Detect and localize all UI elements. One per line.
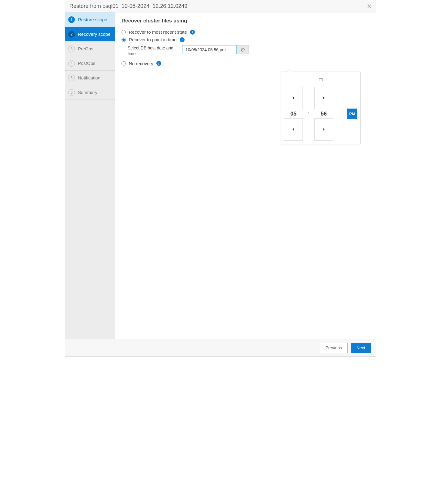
info-icon[interactable]: i (180, 37, 185, 42)
step-preops[interactable]: 3 PreOps (65, 42, 115, 56)
time-separator: : (308, 111, 309, 116)
step-label: Notification (78, 75, 100, 80)
radio-no-recovery[interactable] (122, 61, 126, 66)
datetime-wrapper (182, 45, 249, 54)
minute-up-button[interactable] (314, 87, 333, 109)
pit-subrow: Select DB host date and time (128, 45, 369, 57)
step-number: 4 (68, 60, 75, 67)
previous-button[interactable]: Previous (320, 343, 348, 353)
option-recover-pit[interactable]: Recover to point in time i (122, 37, 369, 42)
hour-down-button[interactable] (284, 118, 303, 141)
step-restore-scope[interactable]: 1 Restore scope (65, 12, 115, 27)
step-summary[interactable]: 6 Summary (65, 85, 115, 100)
step-number: 3 (68, 45, 75, 52)
picker-date-toggle[interactable] (284, 75, 357, 84)
radio-recover-pit[interactable] (122, 38, 126, 42)
option-label: Recover to most recent state (129, 29, 187, 35)
close-icon[interactable] (367, 4, 372, 9)
datetime-input[interactable] (182, 45, 237, 54)
clock-icon (241, 48, 245, 52)
arrow-up-icon (322, 96, 326, 100)
step-number: 5 (68, 75, 75, 81)
datetime-toggle-button[interactable] (237, 45, 249, 54)
option-no-recovery[interactable]: No recovery i (122, 61, 369, 66)
svg-rect-1 (319, 78, 322, 81)
step-number: 2 (68, 31, 75, 38)
step-label: Recovery scope (78, 32, 111, 37)
step-label: Restore scope (78, 17, 107, 22)
content-pane: Recover cluster files using Recover to m… (115, 12, 376, 339)
arrow-down-icon (292, 128, 295, 131)
hour-up-button[interactable] (284, 87, 303, 109)
step-label: PreOps (78, 46, 93, 51)
step-label: Summary (78, 90, 97, 95)
option-label: No recovery (129, 61, 153, 66)
step-postops[interactable]: 4 PostOps (65, 56, 115, 71)
arrow-down-icon (322, 128, 326, 131)
option-label: Recover to point in time (129, 37, 177, 42)
option-recover-recent[interactable]: Recover to most recent state i (122, 29, 369, 35)
dialog-title: Restore from psql01_10-08-2024_12.26.12.… (69, 3, 367, 9)
step-notification[interactable]: 5 Notification (65, 71, 115, 85)
ampm-toggle[interactable]: PM (347, 109, 357, 119)
minute-value[interactable]: 56 (321, 111, 327, 117)
time-picker-popover: 05 : 56 PM (281, 72, 361, 144)
dialog-body: 1 Restore scope 2 Recovery scope 3 PreOp… (65, 12, 376, 339)
time-grid: 05 : 56 PM (284, 86, 357, 141)
page-heading: Recover cluster files using (122, 18, 369, 24)
step-number: 6 (68, 89, 75, 96)
step-number: 1 (68, 16, 75, 23)
step-label: PostOps (78, 61, 95, 66)
info-icon[interactable]: i (190, 30, 195, 35)
step-recovery-scope[interactable]: 2 Recovery scope (65, 27, 115, 42)
arrow-up-icon (292, 96, 295, 100)
calendar-icon (319, 77, 323, 82)
minute-down-button[interactable] (314, 118, 333, 141)
info-icon[interactable]: i (156, 61, 161, 66)
titlebar: Restore from psql01_10-08-2024_12.26.12.… (65, 0, 376, 12)
hour-value[interactable]: 05 (290, 111, 296, 117)
radio-recover-recent[interactable] (122, 30, 126, 34)
wizard-sidebar: 1 Restore scope 2 Recovery scope 3 PreOp… (65, 12, 115, 339)
pit-label: Select DB host date and time (128, 45, 176, 57)
next-button[interactable]: Next (351, 343, 371, 353)
restore-dialog: Restore from psql01_10-08-2024_12.26.12.… (65, 0, 376, 357)
dialog-footer: Previous Next (65, 339, 376, 356)
